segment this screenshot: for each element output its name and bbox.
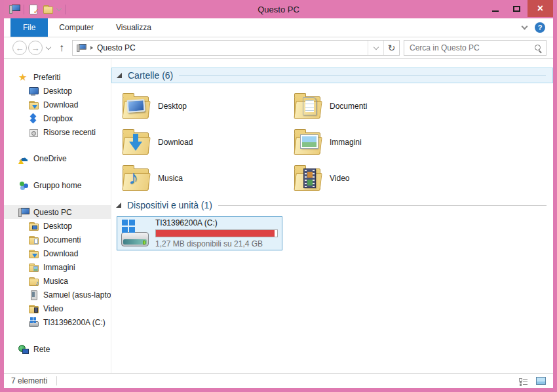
thumbnails-view-icon xyxy=(536,377,546,385)
sidebar-item-label: Desktop xyxy=(43,222,72,231)
monitor-icon xyxy=(28,86,39,96)
tile-label: Documenti xyxy=(330,102,367,111)
recent-locations-button[interactable] xyxy=(43,40,54,56)
minimize-icon xyxy=(492,10,499,12)
status-bar: 7 elementi xyxy=(4,373,553,388)
tile-documenti[interactable]: Documenti xyxy=(288,88,460,124)
sidebar-item-pc-video[interactable]: Video xyxy=(4,302,111,315)
group-header-dispositivi[interactable]: Dispositivi e unità (1) xyxy=(111,197,553,213)
breadcrumb-location[interactable]: Questo PC xyxy=(97,43,136,52)
sidebar-item-gruppo-home[interactable]: Gruppo home xyxy=(4,178,111,192)
maximize-icon xyxy=(513,6,520,12)
minimize-button[interactable] xyxy=(484,0,506,17)
breadcrumb[interactable]: Questo PC xyxy=(73,43,368,53)
sidebar-item-samuel-phone[interactable]: Samuel (asus-laptop xyxy=(4,288,111,302)
tile-immagini[interactable]: Immagini xyxy=(288,124,460,160)
help-icon[interactable]: ? xyxy=(535,22,545,33)
new-folder-icon[interactable] xyxy=(43,4,53,14)
quick-access-toolbar xyxy=(9,4,66,14)
chevron-down-icon xyxy=(373,45,378,50)
address-bar[interactable]: Questo PC ↻ xyxy=(72,40,400,56)
tile-musica[interactable]: ♪ Musica xyxy=(117,160,288,196)
sidebar-item-label: Rete xyxy=(33,345,50,354)
properties-icon[interactable] xyxy=(28,4,39,14)
tile-drive-c[interactable]: TI31396200A (C:) 1,27 MB disponibili su … xyxy=(117,216,282,250)
pc-icon xyxy=(9,4,20,14)
drive-icon xyxy=(28,317,39,328)
drive-info: TI31396200A (C:) 1,27 MB disponibili su … xyxy=(155,218,278,248)
tab-visualizza[interactable]: Visualizza xyxy=(105,18,163,37)
sidebar-gap xyxy=(4,165,111,178)
sidebar-item-dropbox[interactable]: Dropbox xyxy=(4,111,111,125)
navigation-bar: ← → ↑ Questo PC ↻ xyxy=(4,37,553,59)
tab-file[interactable]: File xyxy=(10,18,48,37)
sidebar-item-label: TI31396200A (C:) xyxy=(43,318,106,327)
address-dropdown-button[interactable] xyxy=(368,41,383,55)
tab-computer[interactable]: Computer xyxy=(48,18,105,37)
sidebar-item-label: Dropbox xyxy=(43,114,73,123)
sidebar-item-label: Immagini xyxy=(43,263,75,272)
search-input[interactable] xyxy=(410,43,534,52)
onedrive-icon xyxy=(18,153,29,164)
sidebar-item-onedrive[interactable]: OneDrive xyxy=(4,151,111,165)
refresh-button[interactable]: ↻ xyxy=(383,41,399,55)
sidebar-item-label: Desktop xyxy=(43,87,72,96)
sidebar-item-drive-c[interactable]: TI31396200A (C:) xyxy=(4,315,111,329)
tile-label: Musica xyxy=(158,174,183,183)
up-button[interactable]: ↑ xyxy=(54,40,69,56)
search-icon[interactable] xyxy=(534,44,542,52)
sidebar-item-pc-documenti[interactable]: Documenti xyxy=(4,233,111,246)
sidebar-item-pc-immagini[interactable]: Immagini xyxy=(4,260,111,274)
sidebar-item-label: Gruppo home xyxy=(33,181,81,190)
sidebar-item-pc-desktop[interactable]: Desktop xyxy=(4,219,111,233)
tile-video[interactable]: Video xyxy=(288,160,460,196)
collapse-group-icon[interactable] xyxy=(117,73,122,78)
thumbnails-view-button[interactable] xyxy=(534,375,547,387)
tile-download[interactable]: Download xyxy=(117,124,288,160)
main-area: Preferiti Desktop Download Dropbox Risor… xyxy=(4,59,553,373)
music-folder-icon: ♪ xyxy=(28,276,39,286)
sidebar-item-download[interactable]: Download xyxy=(4,98,111,111)
sidebar-gap xyxy=(4,139,111,151)
collapse-group-icon[interactable] xyxy=(116,203,121,208)
sidebar-item-label: Video xyxy=(43,304,63,313)
maximize-button[interactable] xyxy=(506,0,528,17)
group-rule xyxy=(179,75,546,76)
back-button[interactable]: ← xyxy=(12,40,28,56)
desktop-folder-icon xyxy=(121,91,151,121)
drive-name: TI31396200A (C:) xyxy=(155,218,278,227)
sidebar-item-label: Download xyxy=(43,249,78,258)
tile-label: Immagini xyxy=(330,138,362,147)
sidebar-gap xyxy=(4,329,111,342)
sidebar-item-risorse-recenti[interactable]: Risorse recenti xyxy=(4,125,111,139)
download-folder-icon xyxy=(121,127,151,157)
details-view-button[interactable] xyxy=(516,375,529,387)
sidebar-item-label: Download xyxy=(43,100,78,109)
download-folder-icon xyxy=(28,100,39,110)
group-header-cartelle[interactable]: Cartelle (6) xyxy=(111,68,553,83)
sidebar-item-desktop[interactable]: Desktop xyxy=(4,84,111,98)
expand-ribbon-icon[interactable] xyxy=(522,24,528,30)
sidebar-item-pc-download[interactable]: Download xyxy=(4,246,111,260)
sidebar-item-pc-musica[interactable]: ♪ Musica xyxy=(4,274,111,288)
tile-desktop[interactable]: Desktop xyxy=(117,88,288,124)
drive-capacity-bar xyxy=(155,229,278,237)
sidebar-item-questo-pc[interactable]: Questo PC xyxy=(4,205,111,219)
forward-button[interactable]: → xyxy=(28,40,43,56)
pc-icon xyxy=(18,207,29,218)
music-folder-icon: ♪ xyxy=(121,163,151,193)
tile-label: Desktop xyxy=(158,102,187,111)
videos-folder-icon xyxy=(292,163,322,193)
sidebar-item-label: Risorse recenti xyxy=(43,128,96,137)
navigation-pane: Preferiti Desktop Download Dropbox Risor… xyxy=(4,59,111,373)
chevron-down-icon xyxy=(46,45,51,50)
videos-folder-icon xyxy=(28,304,39,314)
toolbar-separator xyxy=(24,5,24,14)
search-box[interactable] xyxy=(404,40,547,56)
sidebar-item-preferiti[interactable]: Preferiti xyxy=(4,70,111,84)
close-button[interactable]: × xyxy=(528,0,553,17)
toolbar-dropdown-icon[interactable] xyxy=(56,6,62,11)
sidebar-item-rete[interactable]: Rete xyxy=(4,342,111,356)
dropbox-icon xyxy=(28,113,39,124)
breadcrumb-arrow-icon[interactable] xyxy=(90,46,93,50)
